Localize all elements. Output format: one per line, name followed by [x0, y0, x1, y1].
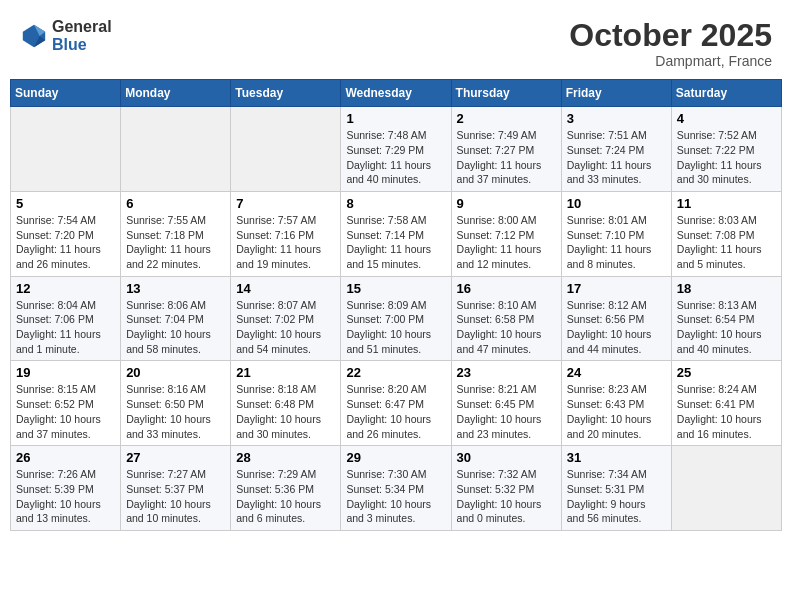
day-number: 23 [457, 365, 556, 380]
day-number: 19 [16, 365, 115, 380]
day-number: 25 [677, 365, 776, 380]
weekday-header: Sunday [11, 80, 121, 107]
calendar-cell [231, 107, 341, 192]
weekday-header: Wednesday [341, 80, 451, 107]
calendar-cell: 17Sunrise: 8:12 AMSunset: 6:56 PMDayligh… [561, 276, 671, 361]
calendar-cell [11, 107, 121, 192]
day-info: Sunrise: 7:30 AMSunset: 5:34 PMDaylight:… [346, 467, 445, 526]
calendar-cell: 13Sunrise: 8:06 AMSunset: 7:04 PMDayligh… [121, 276, 231, 361]
day-info: Sunrise: 8:00 AMSunset: 7:12 PMDaylight:… [457, 213, 556, 272]
day-number: 13 [126, 281, 225, 296]
day-info: Sunrise: 8:01 AMSunset: 7:10 PMDaylight:… [567, 213, 666, 272]
day-number: 8 [346, 196, 445, 211]
calendar-cell: 16Sunrise: 8:10 AMSunset: 6:58 PMDayligh… [451, 276, 561, 361]
day-number: 6 [126, 196, 225, 211]
day-info: Sunrise: 8:04 AMSunset: 7:06 PMDaylight:… [16, 298, 115, 357]
calendar-header: General Blue October 2025 Dampmart, Fran… [10, 10, 782, 73]
weekday-header: Thursday [451, 80, 561, 107]
day-number: 29 [346, 450, 445, 465]
day-info: Sunrise: 8:03 AMSunset: 7:08 PMDaylight:… [677, 213, 776, 272]
day-number: 7 [236, 196, 335, 211]
day-number: 24 [567, 365, 666, 380]
calendar-cell: 3Sunrise: 7:51 AMSunset: 7:24 PMDaylight… [561, 107, 671, 192]
day-number: 14 [236, 281, 335, 296]
day-info: Sunrise: 7:48 AMSunset: 7:29 PMDaylight:… [346, 128, 445, 187]
day-number: 21 [236, 365, 335, 380]
month-title: October 2025 [569, 18, 772, 53]
weekday-header: Friday [561, 80, 671, 107]
day-info: Sunrise: 8:24 AMSunset: 6:41 PMDaylight:… [677, 382, 776, 441]
calendar-cell: 25Sunrise: 8:24 AMSunset: 6:41 PMDayligh… [671, 361, 781, 446]
logo-icon [20, 22, 48, 50]
day-info: Sunrise: 8:21 AMSunset: 6:45 PMDaylight:… [457, 382, 556, 441]
calendar-cell: 5Sunrise: 7:54 AMSunset: 7:20 PMDaylight… [11, 191, 121, 276]
calendar-cell: 19Sunrise: 8:15 AMSunset: 6:52 PMDayligh… [11, 361, 121, 446]
weekday-header: Tuesday [231, 80, 341, 107]
calendar-cell: 1Sunrise: 7:48 AMSunset: 7:29 PMDaylight… [341, 107, 451, 192]
day-number: 4 [677, 111, 776, 126]
calendar-cell: 4Sunrise: 7:52 AMSunset: 7:22 PMDaylight… [671, 107, 781, 192]
day-number: 22 [346, 365, 445, 380]
title-block: October 2025 Dampmart, France [569, 18, 772, 69]
calendar-cell: 9Sunrise: 8:00 AMSunset: 7:12 PMDaylight… [451, 191, 561, 276]
calendar-cell: 23Sunrise: 8:21 AMSunset: 6:45 PMDayligh… [451, 361, 561, 446]
logo: General Blue [20, 18, 112, 54]
day-number: 30 [457, 450, 556, 465]
day-number: 17 [567, 281, 666, 296]
day-number: 5 [16, 196, 115, 211]
day-info: Sunrise: 8:16 AMSunset: 6:50 PMDaylight:… [126, 382, 225, 441]
calendar-cell: 14Sunrise: 8:07 AMSunset: 7:02 PMDayligh… [231, 276, 341, 361]
day-info: Sunrise: 7:27 AMSunset: 5:37 PMDaylight:… [126, 467, 225, 526]
calendar-week-row: 19Sunrise: 8:15 AMSunset: 6:52 PMDayligh… [11, 361, 782, 446]
day-info: Sunrise: 8:06 AMSunset: 7:04 PMDaylight:… [126, 298, 225, 357]
logo-text: General Blue [52, 18, 112, 54]
day-info: Sunrise: 7:55 AMSunset: 7:18 PMDaylight:… [126, 213, 225, 272]
calendar-week-row: 5Sunrise: 7:54 AMSunset: 7:20 PMDaylight… [11, 191, 782, 276]
calendar-cell: 2Sunrise: 7:49 AMSunset: 7:27 PMDaylight… [451, 107, 561, 192]
calendar-cell: 18Sunrise: 8:13 AMSunset: 6:54 PMDayligh… [671, 276, 781, 361]
day-number: 9 [457, 196, 556, 211]
day-info: Sunrise: 8:18 AMSunset: 6:48 PMDaylight:… [236, 382, 335, 441]
day-info: Sunrise: 8:20 AMSunset: 6:47 PMDaylight:… [346, 382, 445, 441]
day-number: 12 [16, 281, 115, 296]
day-info: Sunrise: 7:58 AMSunset: 7:14 PMDaylight:… [346, 213, 445, 272]
day-info: Sunrise: 7:57 AMSunset: 7:16 PMDaylight:… [236, 213, 335, 272]
calendar-cell: 31Sunrise: 7:34 AMSunset: 5:31 PMDayligh… [561, 446, 671, 531]
day-info: Sunrise: 7:54 AMSunset: 7:20 PMDaylight:… [16, 213, 115, 272]
day-number: 10 [567, 196, 666, 211]
day-number: 31 [567, 450, 666, 465]
day-info: Sunrise: 8:07 AMSunset: 7:02 PMDaylight:… [236, 298, 335, 357]
day-info: Sunrise: 8:12 AMSunset: 6:56 PMDaylight:… [567, 298, 666, 357]
weekday-header: Monday [121, 80, 231, 107]
calendar-cell: 8Sunrise: 7:58 AMSunset: 7:14 PMDaylight… [341, 191, 451, 276]
day-info: Sunrise: 7:29 AMSunset: 5:36 PMDaylight:… [236, 467, 335, 526]
calendar-cell: 6Sunrise: 7:55 AMSunset: 7:18 PMDaylight… [121, 191, 231, 276]
day-number: 2 [457, 111, 556, 126]
calendar-cell [121, 107, 231, 192]
calendar-cell: 12Sunrise: 8:04 AMSunset: 7:06 PMDayligh… [11, 276, 121, 361]
calendar-week-row: 12Sunrise: 8:04 AMSunset: 7:06 PMDayligh… [11, 276, 782, 361]
calendar-cell: 11Sunrise: 8:03 AMSunset: 7:08 PMDayligh… [671, 191, 781, 276]
day-info: Sunrise: 7:32 AMSunset: 5:32 PMDaylight:… [457, 467, 556, 526]
day-number: 16 [457, 281, 556, 296]
day-number: 20 [126, 365, 225, 380]
day-info: Sunrise: 7:52 AMSunset: 7:22 PMDaylight:… [677, 128, 776, 187]
day-number: 15 [346, 281, 445, 296]
calendar-cell: 30Sunrise: 7:32 AMSunset: 5:32 PMDayligh… [451, 446, 561, 531]
calendar-cell: 15Sunrise: 8:09 AMSunset: 7:00 PMDayligh… [341, 276, 451, 361]
day-number: 28 [236, 450, 335, 465]
day-info: Sunrise: 7:34 AMSunset: 5:31 PMDaylight:… [567, 467, 666, 526]
calendar-cell: 24Sunrise: 8:23 AMSunset: 6:43 PMDayligh… [561, 361, 671, 446]
day-number: 27 [126, 450, 225, 465]
calendar-cell: 27Sunrise: 7:27 AMSunset: 5:37 PMDayligh… [121, 446, 231, 531]
day-info: Sunrise: 8:13 AMSunset: 6:54 PMDaylight:… [677, 298, 776, 357]
day-info: Sunrise: 7:49 AMSunset: 7:27 PMDaylight:… [457, 128, 556, 187]
calendar-cell: 29Sunrise: 7:30 AMSunset: 5:34 PMDayligh… [341, 446, 451, 531]
day-info: Sunrise: 7:51 AMSunset: 7:24 PMDaylight:… [567, 128, 666, 187]
calendar-cell: 20Sunrise: 8:16 AMSunset: 6:50 PMDayligh… [121, 361, 231, 446]
day-info: Sunrise: 8:10 AMSunset: 6:58 PMDaylight:… [457, 298, 556, 357]
calendar-table: SundayMondayTuesdayWednesdayThursdayFrid… [10, 79, 782, 531]
calendar-cell: 7Sunrise: 7:57 AMSunset: 7:16 PMDaylight… [231, 191, 341, 276]
calendar-cell: 26Sunrise: 7:26 AMSunset: 5:39 PMDayligh… [11, 446, 121, 531]
day-number: 11 [677, 196, 776, 211]
